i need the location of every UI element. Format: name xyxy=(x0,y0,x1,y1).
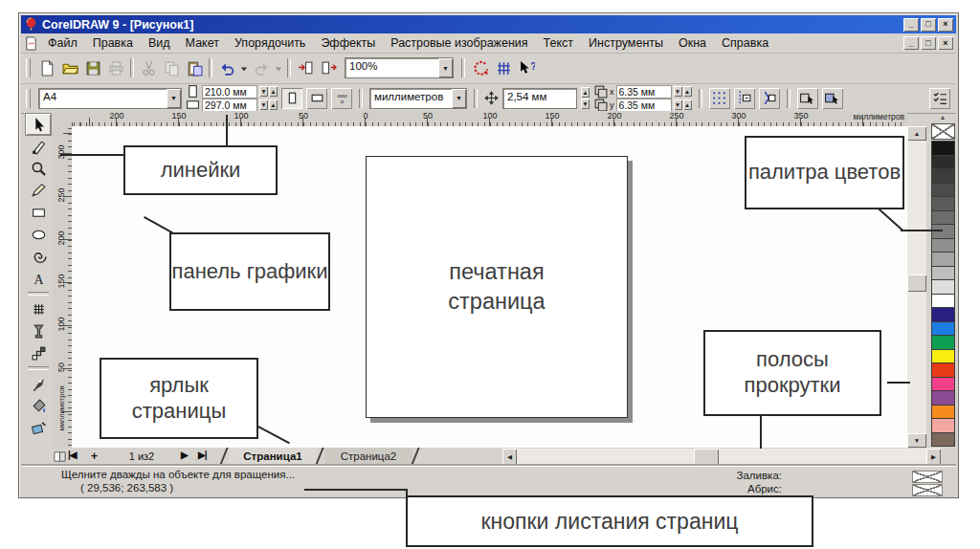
snap-to-objects-button[interactable] xyxy=(759,88,780,109)
outline-tool[interactable] xyxy=(26,373,51,394)
fill-color-swatch[interactable] xyxy=(912,471,943,483)
spin-up-button[interactable]: ▲ xyxy=(269,99,278,110)
page-width-field[interactable]: 210.0 мм xyxy=(202,85,257,99)
no-color-swatch[interactable] xyxy=(931,123,955,140)
snap-to-grid-button[interactable] xyxy=(709,88,730,109)
corel-online-button[interactable] xyxy=(492,56,515,79)
text-tool[interactable]: A xyxy=(26,268,51,289)
document-restore-button[interactable]: □ xyxy=(921,36,936,50)
menu-item[interactable]: Инструменты xyxy=(581,34,671,52)
scroll-right-button[interactable]: ▶ xyxy=(926,449,941,465)
fill-tool[interactable] xyxy=(26,395,51,416)
apply-to-all-pages-button[interactable]: oooo xyxy=(331,88,352,109)
import-button[interactable] xyxy=(294,56,317,79)
add-page-button[interactable]: + xyxy=(91,450,97,463)
ruler-origin[interactable] xyxy=(53,111,73,127)
chevron-down-icon[interactable]: ▼ xyxy=(452,89,466,108)
interactive-blend-tool[interactable] xyxy=(26,342,51,363)
color-swatch[interactable] xyxy=(932,225,954,239)
new-document-button[interactable] xyxy=(35,56,58,79)
spin-up-button[interactable]: ▲ xyxy=(269,86,278,97)
color-swatch[interactable] xyxy=(932,295,954,309)
color-swatch[interactable] xyxy=(932,433,954,447)
vertical-scrollbar-thumb[interactable] xyxy=(907,274,926,292)
color-swatch[interactable] xyxy=(932,184,954,198)
vertical-ruler[interactable]: 30025020015010050миллиметров xyxy=(53,126,73,448)
save-button[interactable] xyxy=(81,56,104,79)
shape-tool[interactable] xyxy=(26,136,51,157)
page-height-field[interactable]: 297.0 мм xyxy=(202,99,257,112)
options-button[interactable] xyxy=(929,88,950,109)
menu-item[interactable]: Текст xyxy=(536,34,581,52)
treat-as-filled-button[interactable] xyxy=(822,88,843,109)
spin-up-button[interactable]: ▲ xyxy=(683,86,692,97)
units-combo[interactable]: миллиметров ▼ xyxy=(369,88,467,109)
color-swatch[interactable] xyxy=(932,391,954,406)
color-swatch[interactable] xyxy=(932,142,954,156)
scroll-down-button[interactable]: ▼ xyxy=(907,433,926,448)
rectangle-tool[interactable] xyxy=(26,202,51,223)
nudge-offset-field[interactable]: 2,54 мм xyxy=(502,88,577,109)
color-swatch[interactable] xyxy=(932,280,954,295)
color-swatch[interactable] xyxy=(932,267,954,281)
spin-down-button[interactable]: ▼ xyxy=(259,99,268,110)
page-tab-2[interactable]: Страница2 xyxy=(324,448,412,464)
whats-this-help-button[interactable]: ? xyxy=(515,56,538,79)
scroll-up-button[interactable]: ▲ xyxy=(907,126,926,141)
spin-up-button[interactable]: ▲ xyxy=(683,99,692,110)
last-page-button[interactable]: ▶| xyxy=(198,450,207,460)
pick-tool[interactable] xyxy=(26,114,51,135)
menu-item[interactable]: Правка xyxy=(85,34,141,52)
paper-size-combo[interactable]: A4 ▼ xyxy=(38,88,182,109)
export-button[interactable] xyxy=(317,56,340,79)
color-swatch[interactable] xyxy=(932,253,954,267)
color-swatch[interactable] xyxy=(932,308,954,322)
undo-button[interactable] xyxy=(215,56,238,79)
menu-item[interactable]: Справка xyxy=(714,34,776,52)
color-swatch[interactable] xyxy=(932,378,954,392)
open-button[interactable] xyxy=(58,56,81,79)
color-swatch[interactable] xyxy=(932,350,954,364)
interactive-transparency-tool[interactable] xyxy=(26,320,51,341)
redo-dropdown-button[interactable] xyxy=(273,56,284,79)
paste-button[interactable] xyxy=(183,56,206,79)
vertical-scrollbar[interactable]: ▲ ▼ xyxy=(907,126,926,448)
menu-item[interactable]: Окна xyxy=(671,34,714,52)
property-bar-grip[interactable] xyxy=(26,89,31,108)
color-swatch[interactable] xyxy=(932,197,954,211)
color-swatch[interactable] xyxy=(932,419,954,433)
undo-dropdown-button[interactable] xyxy=(238,56,250,79)
restore-button[interactable]: □ xyxy=(921,18,936,32)
first-page-button[interactable]: |◀ xyxy=(68,450,77,460)
freehand-tool[interactable] xyxy=(26,180,51,201)
cut-button[interactable] xyxy=(137,56,160,79)
menu-item[interactable]: Растровые изображения xyxy=(383,34,535,52)
zoom-level-combo[interactable]: 100% ▼ xyxy=(345,57,454,78)
print-button[interactable] xyxy=(104,56,127,79)
portrait-orientation-button[interactable] xyxy=(281,88,302,109)
menu-item[interactable]: Упорядочить xyxy=(227,34,313,52)
menu-item[interactable]: Вид xyxy=(141,34,178,52)
application-launcher-button[interactable] xyxy=(469,56,492,79)
scroll-left-button[interactable]: ◀ xyxy=(502,449,517,465)
interactive-fill-tool[interactable] xyxy=(26,417,51,438)
color-swatch[interactable] xyxy=(932,211,954,226)
menu-item[interactable]: Макет xyxy=(178,34,227,52)
spiral-tool[interactable] xyxy=(26,246,51,267)
duplicate-x-field[interactable]: 6.35 мм xyxy=(616,85,672,99)
menu-item[interactable]: Эффекты xyxy=(313,34,383,52)
toolbar-grip[interactable] xyxy=(26,58,31,77)
spin-down-button[interactable]: ▼ xyxy=(674,99,682,110)
horizontal-ruler[interactable]: 20015010050050100150200250300350миллимет… xyxy=(72,111,907,127)
spin-down-button[interactable]: ▼ xyxy=(581,99,590,109)
duplicate-y-field[interactable]: 6.35 мм xyxy=(616,99,672,112)
zoom-tool[interactable] xyxy=(26,158,51,179)
menu-item[interactable]: Файл xyxy=(40,34,85,52)
next-page-button[interactable]: ▶ xyxy=(181,450,188,460)
color-swatch[interactable] xyxy=(932,239,954,253)
close-button[interactable]: × xyxy=(938,18,953,32)
horizontal-scrollbar-thumb[interactable] xyxy=(694,449,719,465)
minimize-button[interactable]: _ xyxy=(903,18,919,32)
color-swatch[interactable] xyxy=(932,406,954,420)
copy-button[interactable] xyxy=(160,56,183,79)
